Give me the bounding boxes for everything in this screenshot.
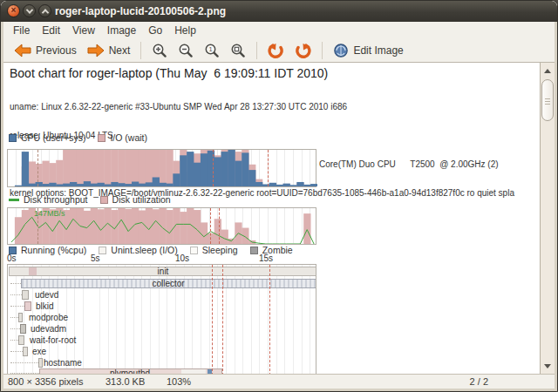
- rotate-counterclockwise-button[interactable]: [262, 41, 289, 60]
- legend-swatch: [9, 134, 17, 142]
- process-bar-blkid: [24, 301, 31, 311]
- chevron-up-icon: [41, 9, 48, 16]
- next-label: Next: [109, 44, 131, 57]
- process-tree-connector: [10, 306, 24, 307]
- disk-chart-legend: Disk throughputDisk utilization: [9, 194, 183, 205]
- legend-swatch: [98, 134, 105, 142]
- legend-label: Disk throughput: [24, 194, 88, 205]
- process-bar-udevd: [22, 290, 29, 300]
- process-label-exe: exe: [32, 347, 46, 356]
- image-viewport[interactable]: Boot chart for roger-laptop (Thu May 6 1…: [3, 63, 541, 374]
- process-bar-hostname: [38, 358, 43, 368]
- zoom-out-button[interactable]: [173, 41, 199, 60]
- menu-go[interactable]: Go: [142, 23, 168, 38]
- vertical-scrollbar[interactable]: [540, 63, 555, 374]
- next-button[interactable]: Next: [82, 42, 136, 59]
- axis-tick-label: 0s: [7, 253, 17, 263]
- previous-label: Previous: [36, 44, 77, 57]
- scroll-down-button[interactable]: [541, 360, 555, 373]
- process-label-wait-for-root: wait-for-root: [30, 335, 76, 345]
- process-label-udevd: udevd: [35, 290, 58, 300]
- marker-line: [219, 208, 220, 244]
- marker-line: [37, 150, 38, 186]
- process-bar-wait-for-root: [18, 335, 24, 345]
- zoom-out-icon: [178, 43, 194, 58]
- legend-label: CPU (user+sys): [21, 132, 85, 143]
- process-tree-connector: [10, 283, 21, 284]
- process-tree-connector: [10, 328, 20, 329]
- window-frame-bottom: [1, 389, 557, 391]
- marker-line: [213, 150, 214, 186]
- app-window: × roger-laptop-lucid-20100506-2.png File…: [0, 0, 558, 392]
- gimp-icon: [333, 43, 349, 58]
- rotate-counterclockwise-icon: [268, 43, 284, 58]
- toolbar: Previous Next 1: [3, 38, 555, 63]
- rotate-clockwise-icon: [295, 43, 311, 58]
- menu-view[interactable]: View: [66, 23, 101, 38]
- triangle-down-icon: [544, 364, 551, 368]
- process-tree-connector: [10, 317, 18, 318]
- file-size: 313.0 KB: [105, 376, 145, 387]
- zoom-in-button[interactable]: [146, 41, 173, 60]
- edit-image-button[interactable]: Edit Image: [328, 41, 408, 60]
- zoom-normal-icon: 1: [204, 43, 220, 58]
- menu-help[interactable]: Help: [168, 23, 202, 38]
- zoom-normal-button[interactable]: 1: [199, 41, 225, 60]
- process-bar-udevadm: [20, 324, 26, 334]
- arrow-right-icon: [87, 44, 105, 57]
- toolbar-separator: [256, 42, 257, 59]
- statusbar: 800 × 3356 pixels 313.0 KB 103% 2 / 2: [3, 374, 555, 389]
- minimize-icon[interactable]: [23, 4, 36, 17]
- axis-tick-label: 10s: [175, 253, 189, 263]
- uname-line: uname: Linux 2.6.32-22-generic #33-Ubunt…: [10, 102, 538, 112]
- process-bar-segment: [29, 267, 37, 275]
- bootchart-title: Boot chart for roger-laptop (Thu May 6 1…: [10, 66, 328, 80]
- svg-text:1: 1: [209, 45, 213, 53]
- process-label-hostname: hostname: [44, 358, 82, 368]
- marker-line: [222, 265, 223, 374]
- zoom-in-icon: [152, 43, 167, 58]
- triangle-up-icon: [544, 69, 551, 73]
- menu-file[interactable]: File: [7, 23, 36, 38]
- scrollbar-thumb[interactable]: [541, 79, 554, 121]
- axis-tick-label: 5s: [91, 253, 100, 263]
- legend-swatch: [100, 196, 108, 204]
- maximize-icon[interactable]: [38, 4, 51, 17]
- menu-image[interactable]: Image: [101, 23, 142, 38]
- chevron-down-icon: [25, 6, 32, 13]
- cpu-chart: [7, 149, 316, 187]
- best-fit-icon: [230, 43, 246, 58]
- disk-chart: 147MB/s: [7, 207, 316, 245]
- zoom-level: 103%: [167, 376, 191, 387]
- toolbar-separator: [322, 42, 323, 59]
- process-bar-exe: [23, 347, 28, 356]
- process-label-blkid: blkid: [36, 301, 54, 311]
- toolbar-separator: [140, 42, 141, 59]
- scroll-up-button[interactable]: [541, 64, 555, 78]
- process-tree-connector: [10, 340, 18, 341]
- process-label-collector: collector: [152, 279, 184, 288]
- marker-line: [212, 265, 213, 374]
- bootchart-image: Boot chart for roger-laptop (Thu May 6 1…: [3, 63, 541, 374]
- process-label-modprobe: modprobe: [29, 313, 68, 322]
- edit-image-label: Edit Image: [353, 44, 403, 57]
- process-bar-modprobe: [18, 313, 23, 322]
- marker-line: [268, 150, 269, 186]
- close-icon[interactable]: ×: [7, 4, 20, 17]
- marker-line: [210, 208, 211, 244]
- process-label-udevadm: udevadm: [31, 324, 66, 334]
- legend-label: Disk utilization: [112, 194, 171, 205]
- previous-button[interactable]: Previous: [9, 42, 82, 59]
- cpu-chart-legend: CPU (user+sys)I/O (wait): [9, 132, 160, 143]
- process-label-init: init: [158, 267, 169, 276]
- image-dimensions: 800 × 3356 pixels: [8, 376, 84, 387]
- titlebar[interactable]: × roger-laptop-lucid-20100506-2.png: [1, 1, 557, 22]
- collection-position: 2 / 2: [470, 376, 488, 387]
- process-tree-chart: initcollectorudevdblkidmodprobeudevadmwa…: [7, 264, 316, 374]
- rotate-clockwise-button[interactable]: [289, 41, 316, 60]
- best-fit-button[interactable]: [225, 41, 251, 60]
- menu-edit[interactable]: Edit: [36, 23, 66, 38]
- arrow-left-icon: [14, 44, 31, 57]
- window-title: roger-laptop-lucid-20100506-2.png: [55, 1, 226, 22]
- process-tree-connector: [10, 351, 23, 352]
